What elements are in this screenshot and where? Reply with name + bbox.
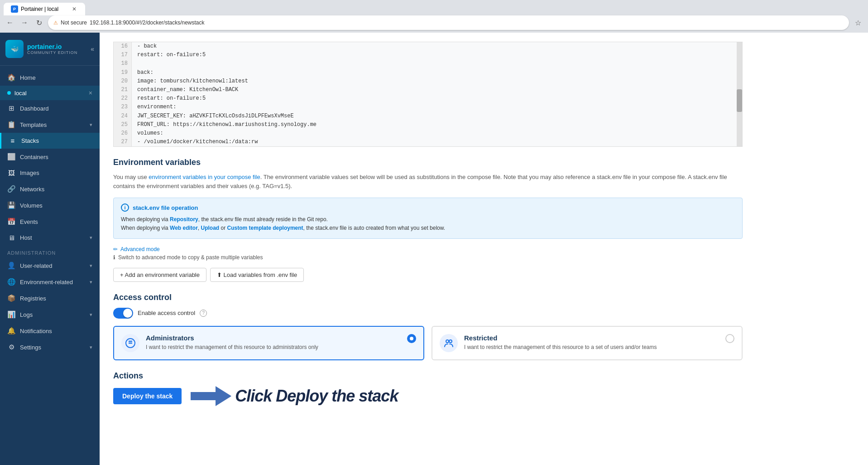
back-button[interactable]: ← <box>4 16 16 29</box>
svg-point-4 <box>449 340 452 343</box>
info-customtemplate-bold: Custom template deployment <box>227 225 303 231</box>
sidebar-home-label: Home <box>20 74 36 81</box>
access-control-toggle[interactable] <box>113 308 133 319</box>
code-scrollbar-thumb[interactable] <box>737 89 742 112</box>
sidebar-notifications-label: Notifications <box>20 328 52 334</box>
sidebar-item-networks[interactable]: 🔗 Networks <box>0 181 100 197</box>
advanced-mode-hint-row: ℹ Switch to advanced mode to copy & past… <box>113 254 743 261</box>
forward-button[interactable]: → <box>18 16 31 29</box>
browser-tab[interactable]: P Portainer | local ✕ <box>4 3 85 15</box>
restricted-card-body: Restricted I want to restrict the manage… <box>464 334 734 351</box>
code-line-23: 23 environment: <box>114 103 742 111</box>
deploy-stack-button[interactable]: Deploy the stack <box>113 388 182 404</box>
actions-section: Actions Deploy the stack Click Deploy th… <box>113 371 743 406</box>
sidebar-registries-label: Registries <box>20 295 46 302</box>
advanced-mode-hint: Switch to advanced mode to copy & paste … <box>118 254 263 261</box>
env-vars-title: Environment variables <box>113 158 743 167</box>
sidebar-item-events[interactable]: 📅 Events <box>0 213 100 230</box>
access-control-help-icon[interactable]: ? <box>200 310 207 317</box>
add-env-var-button[interactable]: + Add an environment variable <box>113 268 206 282</box>
sidebar-item-dashboard[interactable]: ⊞ Dashboard <box>0 100 100 116</box>
sidebar-item-environment-related[interactable]: 🌐 Environment-related ▾ <box>0 274 100 290</box>
code-line-18: 18 <box>114 59 742 68</box>
svg-marker-5 <box>191 386 231 406</box>
restricted-card-title: Restricted <box>464 334 734 342</box>
code-line-27: 27 - /volume1/docker/kitchenowl:/data:rw <box>114 138 742 146</box>
settings-icon: ⚙ <box>7 343 15 351</box>
bookmark-button[interactable]: ☆ <box>852 16 864 29</box>
sidebar-item-images[interactable]: 🖼 Images <box>0 165 100 181</box>
reload-button[interactable]: ↻ <box>33 16 45 29</box>
administrators-card-body: Administrators I want to restrict the ma… <box>146 334 416 351</box>
code-editor[interactable]: 16 - back 17 restart: on-failure:5 18 19… <box>113 42 743 147</box>
load-env-file-button[interactable]: ⬆ Load variables from .env file <box>210 268 304 282</box>
sidebar-dashboard-label: Dashboard <box>20 105 49 112</box>
administrators-card-icon <box>121 334 139 352</box>
edit-icon: ✏ <box>113 246 118 252</box>
sidebar-item-logs[interactable]: 📊 Logs ▾ <box>0 306 100 323</box>
events-icon: 📅 <box>7 218 15 226</box>
sidebar-logs-label: Logs <box>20 311 33 318</box>
sidebar-item-settings[interactable]: ⚙ Settings ▾ <box>0 339 100 355</box>
sidebar-item-containers[interactable]: ⬜ Containers <box>0 149 100 165</box>
images-icon: 🖼 <box>7 169 15 177</box>
info-box-line2: When deploying via Web editor, Upload or… <box>121 224 735 232</box>
sidebar-images-label: Images <box>20 170 39 176</box>
sidebar-collapse-button[interactable]: « <box>91 45 94 53</box>
sidebar-item-registries[interactable]: 📦 Registries <box>0 290 100 306</box>
sidebar-item-templates[interactable]: 📋 Templates ▾ <box>0 116 100 133</box>
env-vars-link[interactable]: environment variables in your compose fi… <box>149 174 260 180</box>
administrators-radio[interactable] <box>407 334 416 343</box>
env-close-button[interactable]: × <box>89 89 92 97</box>
env-vars-section: Environment variables You may use enviro… <box>113 158 743 281</box>
browser-chrome: P Portainer | local ✕ ← → ↻ ⚠ Not secure… <box>0 0 868 33</box>
sidebar-item-home[interactable]: 🏠 Home <box>0 69 100 86</box>
tab-close-button[interactable]: ✕ <box>71 5 78 13</box>
load-env-file-label: ⬆ Load variables from .env file <box>217 271 297 278</box>
dashboard-icon: ⊞ <box>7 104 15 112</box>
sidebar-settings-label: Settings <box>20 344 41 351</box>
sidebar-volumes-label: Volumes <box>20 202 43 209</box>
administrators-card-desc: I want to restrict the management of thi… <box>146 344 416 351</box>
info-icon: i <box>121 203 129 212</box>
deploy-stack-label: Deploy the stack <box>122 392 173 400</box>
logo-brand: portainer.io <box>27 43 77 50</box>
browser-toolbar: ← → ↻ ⚠ Not secure 192.168.1.18:9000/#!/… <box>4 15 864 30</box>
advanced-mode-link[interactable]: ✏ Advanced mode <box>113 246 743 252</box>
add-env-var-label: + Add an environment variable <box>120 271 200 278</box>
sidebar-host-label: Host <box>20 234 32 241</box>
info-box-title-text: stack.env file operation <box>133 204 198 211</box>
access-control-title: Access control <box>113 293 743 302</box>
sidebar-stacks-label: Stacks <box>21 137 39 144</box>
sidebar-containers-label: Containers <box>20 154 48 160</box>
sidebar-item-notifications[interactable]: 🔔 Notifications <box>0 323 100 339</box>
restricted-radio[interactable] <box>725 334 734 343</box>
logo-icon: 🐳 <box>5 40 24 58</box>
templates-arrow-icon: ▾ <box>90 122 92 128</box>
admin-section-label: Administration <box>0 246 100 257</box>
code-line-19: 19 back: <box>114 68 742 77</box>
advanced-mode-container: ✏ Advanced mode ℹ Switch to advanced mod… <box>113 246 743 261</box>
access-cards: Administrators I want to restrict the ma… <box>113 326 743 360</box>
networks-icon: 🔗 <box>7 185 15 193</box>
sidebar-item-user-related[interactable]: 👤 User-related ▾ <box>0 257 100 274</box>
environment-related-icon: 🌐 <box>7 278 15 286</box>
sidebar-item-host[interactable]: 🖥 Host ▾ <box>0 230 100 246</box>
administrators-card[interactable]: Administrators I want to restrict the ma… <box>113 326 424 360</box>
administrators-card-title: Administrators <box>146 334 416 342</box>
code-line-22: 22 restart: on-failure:5 <box>114 94 742 103</box>
sidebar-item-volumes[interactable]: 💾 Volumes <box>0 197 100 213</box>
svg-point-3 <box>446 340 449 343</box>
home-icon: 🏠 <box>7 73 15 82</box>
address-bar[interactable]: ⚠ Not secure 192.168.1.18:9000/#!/2/dock… <box>48 15 849 30</box>
tab-favicon: P <box>11 5 18 13</box>
stacks-icon: ≡ <box>9 137 17 145</box>
info-box: i stack.env file operation When deployin… <box>113 198 743 238</box>
sidebar-env-related-label: Environment-related <box>20 279 73 286</box>
sidebar-env-header: local × <box>0 86 100 100</box>
restricted-card[interactable]: Restricted I want to restrict the manage… <box>432 326 743 360</box>
info-repository-bold: Repository <box>170 216 198 223</box>
code-line-25: 25 FRONT_URL: https://kitchenowl.mariush… <box>114 121 742 129</box>
code-scrollbar[interactable] <box>737 42 742 146</box>
sidebar-item-stacks[interactable]: ≡ Stacks <box>0 133 100 149</box>
